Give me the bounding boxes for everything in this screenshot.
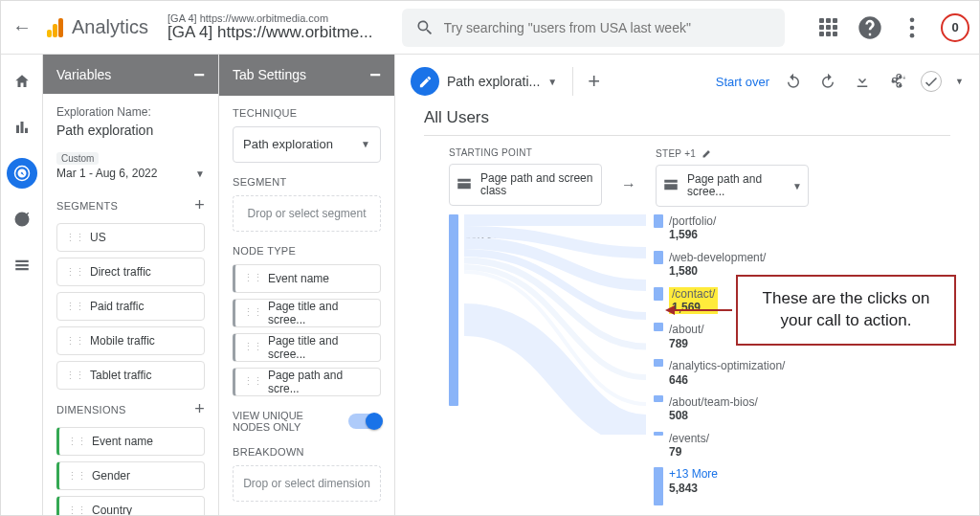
segment-chip[interactable]: ⋮⋮Tablet traffic xyxy=(56,361,205,390)
segment-chip-label: Mobile traffic xyxy=(90,334,155,348)
svg-point-5 xyxy=(899,76,902,79)
variables-title: Variables xyxy=(56,67,111,82)
drag-grip-icon: ⋮⋮ xyxy=(67,470,86,482)
rail-configure[interactable] xyxy=(7,250,37,280)
breakdown-label: BREAKDOWN xyxy=(233,446,381,458)
breakdown-dropzone[interactable]: Drop or select dimension xyxy=(233,465,381,502)
dimension-chip-label: Country xyxy=(92,504,132,515)
property-large: [GA 4] https://www.orbitme... xyxy=(167,24,372,42)
exploration-canvas: Path explorati... ▼ + Start over + ▼ All… xyxy=(395,55,979,515)
svg-point-4 xyxy=(19,216,25,222)
view-unique-label: VIEW UNIQUE NODES ONLY xyxy=(233,410,338,433)
app-header: ← Analytics [GA 4] https://www.orbitmedi… xyxy=(1,1,979,55)
node-type-chip[interactable]: ⋮⋮Page title and scree... xyxy=(233,299,381,327)
segment-label: SEGMENT xyxy=(233,176,381,188)
step-1-selector[interactable]: Page path and scree... ▼ xyxy=(656,165,809,207)
segment-chip-label: Tablet traffic xyxy=(90,369,151,382)
add-segment-icon[interactable]: + xyxy=(194,195,205,215)
back-arrow[interactable]: ← xyxy=(11,16,33,38)
search-icon xyxy=(415,18,434,37)
redo-icon[interactable] xyxy=(817,71,838,92)
dimensions-section-header: DIMENSIONS + xyxy=(56,399,205,419)
search-box[interactable] xyxy=(402,9,785,47)
svg-text:+: + xyxy=(902,75,905,81)
analytics-logo[interactable]: Analytics xyxy=(43,16,148,39)
exploration-name-value[interactable]: Path exploration xyxy=(56,123,205,138)
view-unique-toggle[interactable] xyxy=(348,414,381,429)
account-avatar[interactable]: 0 xyxy=(941,13,969,42)
drag-grip-icon: ⋮⋮ xyxy=(65,232,84,244)
share-icon[interactable]: + xyxy=(886,71,907,92)
dimension-chip-label: Event name xyxy=(92,435,153,448)
technique-label: TECHNIQUE xyxy=(233,107,381,119)
search-input[interactable] xyxy=(444,20,771,35)
segment-chip-label: US xyxy=(90,231,106,244)
path-node[interactable]: /about/team-bios/508 xyxy=(654,395,845,423)
dimension-chip[interactable]: ⋮⋮Country xyxy=(56,496,205,515)
segment-dropzone[interactable]: Drop or select segment xyxy=(233,195,381,232)
node-type-chip[interactable]: ⋮⋮Page path and scre... xyxy=(233,368,381,396)
segment-chip[interactable]: ⋮⋮Paid traffic xyxy=(56,292,205,321)
path-node[interactable]: /analytics-optimization/646 xyxy=(654,359,845,387)
apps-icon[interactable] xyxy=(814,14,841,41)
more-vert-icon[interactable] xyxy=(899,14,925,41)
date-range-selector[interactable]: Mar 1 - Aug 6, 2022 ▼ xyxy=(56,167,205,180)
svg-point-7 xyxy=(899,84,902,87)
left-rail xyxy=(1,55,43,515)
rail-reports[interactable] xyxy=(7,112,37,143)
chevron-down-icon: ▼ xyxy=(195,168,205,179)
analytics-logo-icon xyxy=(43,16,66,39)
svg-point-6 xyxy=(892,79,895,82)
rail-home[interactable] xyxy=(7,66,37,97)
edit-icon xyxy=(411,67,439,96)
page-icon xyxy=(662,176,681,195)
drag-grip-icon: ⋮⋮ xyxy=(243,375,262,388)
svg-point-1 xyxy=(910,25,915,30)
node-type-chip[interactable]: ⋮⋮Page title and scree... xyxy=(233,333,381,362)
chevron-down-icon[interactable]: ▼ xyxy=(955,77,964,86)
starting-point-label: STARTING POINT xyxy=(449,147,602,158)
start-over-button[interactable]: Start over xyxy=(716,75,769,89)
path-node[interactable]: /events/79 xyxy=(654,432,845,460)
path-node-more[interactable]: +13 More5,843 xyxy=(654,467,845,505)
step-arrow-icon: → xyxy=(621,147,636,207)
help-icon[interactable] xyxy=(857,14,883,41)
tab-settings-title: Tab Settings xyxy=(233,67,306,82)
chevron-down-icon: ▼ xyxy=(547,77,557,87)
segment-chip[interactable]: ⋮⋮Direct traffic xyxy=(56,258,205,286)
add-dimension-icon[interactable]: + xyxy=(194,399,205,419)
dimension-chip[interactable]: ⋮⋮Gender xyxy=(56,461,205,490)
step-1-label: STEP +1 xyxy=(656,147,809,159)
path-node[interactable]: /portfolio/1,596 xyxy=(654,214,845,242)
exploration-tab[interactable]: Path explorati... ▼ xyxy=(411,67,557,96)
status-check-icon[interactable] xyxy=(921,71,942,92)
canvas-toolbar: Path explorati... ▼ + Start over + ▼ xyxy=(395,55,979,108)
product-name: Analytics xyxy=(72,16,148,38)
segment-title: All Users xyxy=(424,108,950,136)
undo-icon[interactable] xyxy=(783,71,804,92)
node-type-chip-label: Page title and scree... xyxy=(268,300,372,326)
variables-header: Variables − xyxy=(43,55,218,94)
starting-point-selector[interactable]: Page path and screen class xyxy=(449,164,602,206)
segment-chip-label: Direct traffic xyxy=(90,265,151,279)
drag-grip-icon: ⋮⋮ xyxy=(243,272,262,284)
node-type-chip[interactable]: ⋮⋮Event name xyxy=(233,264,381,293)
add-tab-button[interactable]: + xyxy=(572,67,601,96)
node-type-label: NODE TYPE xyxy=(233,245,381,257)
download-icon[interactable] xyxy=(852,71,873,92)
tab-label: Path explorati... xyxy=(447,74,540,89)
segment-chip[interactable]: ⋮⋮Mobile traffic xyxy=(56,326,205,355)
technique-select[interactable]: Path exploration ▼ xyxy=(233,126,381,163)
segment-chip[interactable]: ⋮⋮US xyxy=(56,223,205,252)
property-selector[interactable]: [GA 4] https://www.orbitmedia.com [GA 4]… xyxy=(167,12,372,42)
annotation-callout: These are the clicks on your call to act… xyxy=(665,275,956,346)
drag-grip-icon: ⋮⋮ xyxy=(67,436,86,448)
date-preset-chip: Custom xyxy=(56,152,99,165)
dimension-chip[interactable]: ⋮⋮Event name xyxy=(56,427,205,456)
drag-grip-icon: ⋮⋮ xyxy=(67,505,86,515)
edit-step-icon[interactable] xyxy=(702,147,713,159)
start-node[interactable]: /26,796 xyxy=(449,214,602,435)
dimensions-list: ⋮⋮Event name⋮⋮Gender⋮⋮Country xyxy=(56,427,205,515)
rail-explore[interactable] xyxy=(7,158,37,189)
rail-advertising[interactable] xyxy=(7,204,37,235)
